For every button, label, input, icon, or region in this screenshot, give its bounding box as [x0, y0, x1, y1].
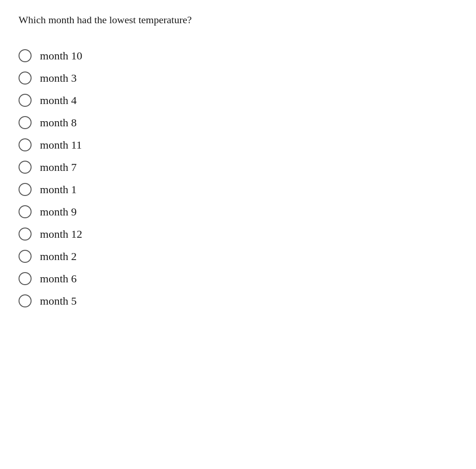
option-label-opt-6: month 6	[40, 273, 77, 285]
option-item-opt-10[interactable]: month 10	[19, 45, 457, 67]
option-label-opt-9: month 9	[40, 206, 77, 218]
option-label-opt-2: month 2	[40, 250, 77, 263]
option-item-opt-1[interactable]: month 1	[19, 178, 457, 201]
option-item-opt-7[interactable]: month 7	[19, 156, 457, 178]
option-label-opt-5: month 5	[40, 295, 77, 307]
option-label-opt-12: month 12	[40, 228, 82, 241]
radio-opt-4[interactable]	[19, 94, 32, 107]
option-label-opt-10: month 10	[40, 50, 82, 62]
radio-opt-2[interactable]	[19, 250, 32, 263]
option-label-opt-3: month 3	[40, 72, 77, 85]
option-item-opt-3[interactable]: month 3	[19, 67, 457, 89]
option-label-opt-11: month 11	[40, 139, 82, 151]
question-text: Which month had the lowest temperature?	[19, 14, 457, 26]
radio-opt-6[interactable]	[19, 272, 32, 285]
radio-opt-9[interactable]	[19, 205, 32, 218]
options-list: month 10month 3month 4month 8month 11mon…	[19, 45, 457, 312]
option-item-opt-12[interactable]: month 12	[19, 223, 457, 245]
option-label-opt-4: month 4	[40, 94, 77, 107]
option-label-opt-1: month 1	[40, 183, 77, 196]
option-item-opt-9[interactable]: month 9	[19, 201, 457, 223]
radio-opt-8[interactable]	[19, 116, 32, 129]
option-item-opt-5[interactable]: month 5	[19, 290, 457, 312]
radio-opt-7[interactable]	[19, 161, 32, 174]
radio-opt-10[interactable]	[19, 49, 32, 62]
option-label-opt-7: month 7	[40, 161, 77, 174]
option-item-opt-11[interactable]: month 11	[19, 134, 457, 156]
option-item-opt-8[interactable]: month 8	[19, 111, 457, 134]
option-item-opt-4[interactable]: month 4	[19, 89, 457, 111]
radio-opt-12[interactable]	[19, 228, 32, 241]
radio-opt-11[interactable]	[19, 138, 32, 151]
option-label-opt-8: month 8	[40, 117, 77, 129]
radio-opt-3[interactable]	[19, 72, 32, 85]
radio-opt-1[interactable]	[19, 183, 32, 196]
radio-opt-5[interactable]	[19, 294, 32, 307]
option-item-opt-2[interactable]: month 2	[19, 245, 457, 267]
option-item-opt-6[interactable]: month 6	[19, 267, 457, 290]
